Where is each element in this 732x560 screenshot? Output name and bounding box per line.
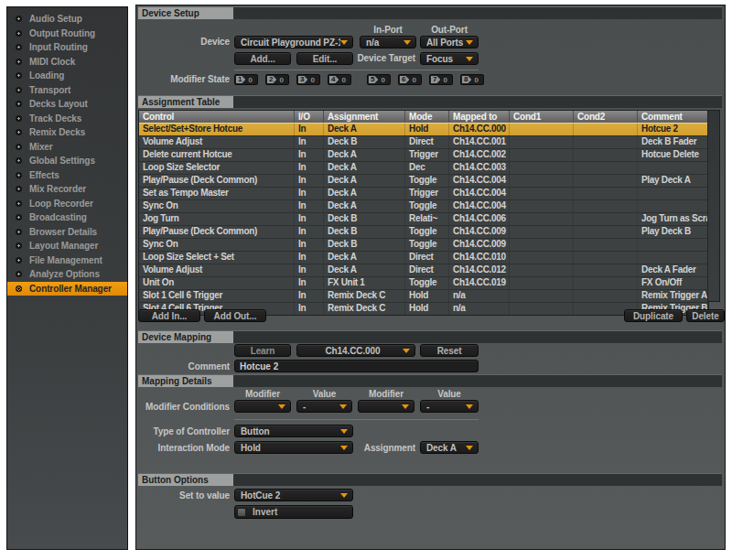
cell-assignment: Deck A	[324, 124, 405, 135]
sidebar-item-mix-recorder[interactable]: Mix Recorder	[7, 182, 127, 197]
type-of-controller-select[interactable]: Button	[234, 425, 353, 437]
add-device-button[interactable]: Add...	[234, 52, 291, 65]
table-row[interactable]: Sync OnInDeck AToggleCh14.CC.004	[139, 199, 708, 212]
modifier-state-3: 30	[296, 74, 320, 85]
sidebar-item-audio-setup[interactable]: Audio Setup	[7, 12, 127, 27]
cell-mapped_to: Ch14.CC.012	[449, 264, 510, 276]
table-row[interactable]: Slot 1 Cell 6 TriggerInRemix Deck CHoldn…	[139, 289, 708, 302]
sidebar-item-analyze-options[interactable]: Analyze Options	[7, 267, 127, 282]
sidebar-item-midi-clock[interactable]: MIDI Clock	[7, 55, 127, 70]
comment-input[interactable]	[234, 360, 479, 372]
table-row[interactable]: Loop Size SelectorInDeck ADecCh14.CC.003	[139, 161, 708, 174]
sidebar-item-loop-recorder[interactable]: Loop Recorder	[7, 197, 127, 211]
radio-bullet-icon	[16, 144, 22, 150]
section-header-button-options: Button Options	[138, 473, 722, 486]
section-header-device-mapping: Device Mapping	[138, 330, 722, 343]
mapped-midi-select[interactable]: Ch14.CC.000	[296, 344, 415, 357]
cell-control: Loop Size Selector	[139, 162, 295, 174]
duplicate-button[interactable]: Duplicate	[624, 309, 683, 322]
table-row[interactable]: Loop Size Select + SetInDeck ADirectCh14…	[139, 251, 708, 264]
reset-button[interactable]: Reset	[420, 344, 479, 357]
cell-io: In	[295, 277, 324, 289]
sidebar-item-file-management[interactable]: File Management	[7, 253, 127, 268]
modifier-state-7: 70	[429, 74, 453, 85]
sidebar-item-label: Layout Manager	[29, 241, 98, 251]
table-row[interactable]: Set as Tempo MasterInDeck ATriggerCh14.C…	[139, 187, 708, 199]
column-header-mapped_to: Mapped to	[449, 111, 510, 123]
table-row[interactable]: Play/Pause (Deck Common)InDeck BToggleCh…	[139, 225, 708, 238]
chevron-down-icon	[402, 404, 409, 409]
cell-control: Volume Adjust	[139, 136, 295, 148]
table-row[interactable]: Play/Pause (Deck Common)InDeck AToggleCh…	[139, 174, 708, 187]
sidebar-item-input-routing[interactable]: Input Routing	[7, 40, 127, 55]
cell-cond2	[574, 124, 638, 135]
out-port-label: Out-Port	[420, 24, 479, 37]
device-select[interactable]: Circuit Playground PZ-1	[234, 36, 353, 48]
table-row[interactable]: Sync OnInDeck BToggleCh14.CC.009	[139, 238, 708, 251]
cell-mode: Toggle	[405, 175, 449, 187]
cell-cond2	[574, 239, 638, 251]
device-target-label: Device Target	[324, 52, 415, 65]
add-in-button[interactable]: Add In...	[138, 309, 200, 322]
cell-mapped_to: n/a	[449, 290, 510, 302]
out-port-select[interactable]: All Ports	[420, 36, 479, 48]
radio-bullet-icon	[16, 271, 22, 277]
cell-mode: Direct	[405, 264, 449, 276]
sidebar-item-broadcasting[interactable]: Broadcasting	[7, 210, 127, 225]
cell-mode: Direct	[405, 252, 449, 264]
assignment-select[interactable]: Deck A	[420, 441, 479, 454]
cell-cond1	[510, 136, 574, 148]
invert-checkbox[interactable]: Invert	[234, 505, 353, 519]
sidebar-item-transport[interactable]: Transport	[7, 83, 127, 98]
modifier-value: 0	[341, 76, 345, 84]
table-row[interactable]: Volume AdjustInDeck BDirectCh14.CC.001De…	[139, 135, 708, 148]
section-header-assignment-table: Assignment Table	[138, 95, 722, 108]
sidebar-item-layout-manager[interactable]: Layout Manager	[7, 239, 127, 253]
learn-button[interactable]: Learn	[234, 344, 291, 357]
sidebar-item-browser-details[interactable]: Browser Details	[7, 225, 127, 240]
sidebar-item-mixer[interactable]: Mixer	[7, 140, 127, 155]
table-row[interactable]: Delete current HotcueInDeck ATriggerCh14…	[139, 148, 708, 161]
cell-cond2	[574, 149, 638, 161]
in-port-select[interactable]: n/a	[360, 36, 416, 48]
assignment-label: Assignment	[324, 442, 415, 455]
table-row[interactable]: Select/Set+Store HotcueInDeck AHoldCh14.…	[139, 123, 708, 135]
cell-io: In	[295, 175, 324, 187]
cell-io: In	[295, 252, 324, 264]
sidebar-item-output-routing[interactable]: Output Routing	[7, 27, 127, 41]
value1-select[interactable]: -	[296, 400, 352, 413]
table-scrollbar[interactable]	[707, 110, 720, 302]
set-to-value-select[interactable]: HotCue 2	[234, 489, 353, 501]
preferences-sidebar: Audio SetupOutput RoutingInput RoutingMI…	[6, 6, 128, 550]
sidebar-item-controller-manager[interactable]: Controller Manager	[7, 282, 127, 296]
cell-io: In	[295, 213, 324, 225]
cell-cond1	[510, 290, 574, 302]
cell-io: In	[295, 290, 324, 302]
sidebar-item-loading[interactable]: Loading	[7, 69, 127, 83]
add-out-button[interactable]: Add Out...	[204, 309, 266, 322]
cell-cond1	[510, 188, 574, 199]
sidebar-item-remix-decks[interactable]: Remix Decks	[7, 125, 127, 140]
device-target-select[interactable]: Focus	[420, 52, 479, 65]
cell-comment	[638, 162, 708, 174]
value2-select[interactable]: -	[420, 400, 479, 413]
cell-assignment: Deck A	[324, 252, 405, 264]
modifier2-select[interactable]	[358, 400, 414, 413]
delete-button[interactable]: Delete	[686, 309, 725, 322]
sidebar-item-global-settings[interactable]: Global Settings	[7, 154, 127, 168]
cell-comment: Play Deck A	[638, 175, 708, 187]
table-row[interactable]: Volume AdjustInDeck ADirectCh14.CC.012De…	[139, 264, 708, 276]
sidebar-item-decks-layout[interactable]: Decks Layout	[7, 97, 127, 112]
cell-assignment: Deck A	[324, 162, 405, 174]
cell-comment	[638, 200, 708, 212]
cell-assignment: Deck B	[324, 136, 405, 148]
sidebar-item-effects[interactable]: Effects	[7, 168, 127, 183]
cell-cond1	[510, 200, 574, 212]
radio-bullet-icon	[16, 186, 22, 192]
cell-mode: Direct	[405, 136, 449, 148]
sidebar-item-track-decks[interactable]: Track Decks	[7, 112, 127, 126]
table-row[interactable]: Jog TurnInDeck BRelati~Ch14.CC.006Jog Tu…	[139, 212, 708, 225]
cell-comment	[638, 239, 708, 251]
modifier1-select[interactable]	[234, 400, 291, 413]
table-row[interactable]: Unit OnInFX Unit 1ToggleCh14.CC.019FX On…	[139, 276, 708, 289]
